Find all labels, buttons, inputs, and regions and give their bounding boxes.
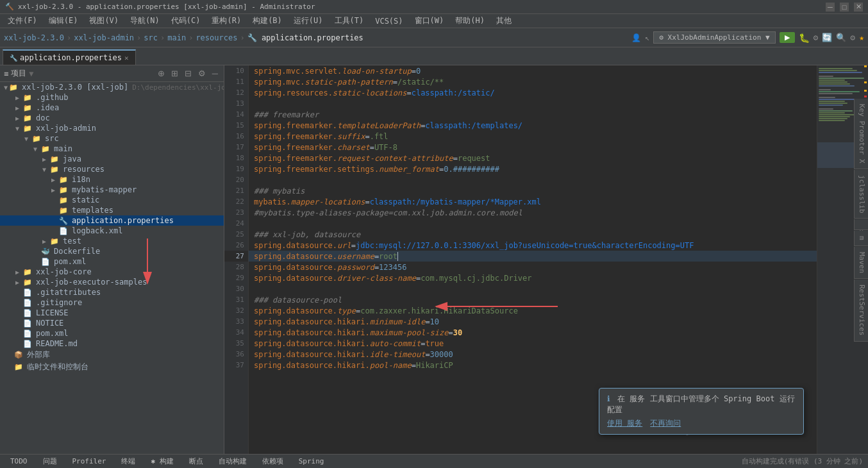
settings-icon[interactable]: ⚙ (850, 33, 855, 42)
menu-item-T[interactable]: 工具(T) (330, 14, 369, 28)
code-line[interactable]: spring.datasource.hikari.pool-name=Hikar… (249, 360, 817, 371)
code-line[interactable]: spring.freemarker.settings.number_format… (249, 163, 817, 174)
bottom-tab[interactable]: Spring (294, 456, 330, 467)
sidebar-collapse-btn[interactable]: ⊟ (183, 68, 194, 79)
tree-item[interactable]: 📄.gitattributes (0, 287, 224, 297)
code-line[interactable]: ### xxl-job, datasource (249, 229, 817, 240)
tree-item[interactable]: ▶📁xxl-job-executor-samples (0, 277, 224, 287)
tree-item[interactable]: ▼📁xxl-job-2.3.0 [xxl-job]D:\dependencies… (0, 82, 224, 92)
bottom-tab[interactable]: ✱ 构建 (146, 455, 178, 467)
menu-item-H[interactable]: 帮助(H) (450, 14, 490, 28)
code-line[interactable]: spring.datasource.type=com.zaxxer.hikari… (249, 305, 817, 316)
tree-item[interactable]: 📄NOTICE (0, 318, 224, 328)
breadcrumb-project[interactable]: xxl-job-2.3.0 (4, 33, 64, 42)
popup-dismiss-link[interactable]: 不再询问 (650, 418, 681, 429)
minimize-button[interactable]: ─ (826, 3, 835, 12)
extra-icon[interactable]: ★ (859, 33, 864, 42)
code-line[interactable]: spring.datasource.hikari.maximum-pool-si… (249, 327, 817, 338)
bottom-tab[interactable]: 终端 (116, 455, 140, 467)
toolbar-icon2[interactable]: 🔄 (822, 33, 832, 42)
menu-item-U[interactable]: 运行(U) (288, 14, 328, 28)
breadcrumb-src[interactable]: src (144, 33, 158, 42)
code-line[interactable]: spring.mvc.static-path-pattern=/static/*… (249, 76, 817, 87)
tree-item[interactable]: 🐳Dockerfile (0, 246, 224, 256)
popup-use-link[interactable]: 使用 服务 (607, 418, 642, 429)
menu-item-E[interactable]: 编辑(E) (44, 14, 83, 28)
tree-item[interactable]: ▼📁xxl-job-admin (0, 123, 224, 133)
code-line[interactable]: mybatis.mapper-locations=classpath:/myba… (249, 196, 817, 207)
menu-item-VCSS[interactable]: VCS(S) (370, 15, 408, 27)
menu-item-V[interactable]: 视图(V) (84, 14, 124, 28)
menu-item-N[interactable]: 导航(N) (125, 14, 165, 28)
code-line[interactable] (249, 98, 817, 109)
tree-item[interactable]: ▼📁resources (0, 164, 224, 174)
code-line[interactable]: spring.datasource.url=jdbc:mysql://127.0… (249, 240, 817, 251)
code-line[interactable] (249, 283, 817, 294)
sidebar-settings-btn[interactable]: ⚙ (196, 68, 208, 79)
tree-item[interactable]: ▶📁mybatis-mapper (0, 185, 224, 195)
menu-item-B[interactable]: 构建(B) (247, 14, 287, 28)
sidebar-close-btn[interactable]: ─ (210, 68, 220, 79)
tab-close-button[interactable]: ✕ (124, 54, 129, 62)
code-line[interactable]: #mybatis.type-aliases-package=com.xxl.jo… (249, 207, 817, 218)
bottom-tab[interactable]: 依赖项 (257, 455, 288, 467)
maximize-button[interactable]: □ (840, 3, 849, 12)
code-line[interactable]: ### freemarker (249, 109, 817, 120)
tree-item[interactable]: ▶📁java (0, 154, 224, 164)
tree-item[interactable]: ▶📁test (0, 236, 224, 246)
breadcrumb-main[interactable]: main (167, 33, 186, 42)
breadcrumb-module[interactable]: xxl-job-admin (74, 33, 134, 42)
sidebar-layout-btn[interactable]: ⊞ (169, 68, 180, 79)
key-promoter-tab[interactable]: Key Promoter X (854, 99, 868, 169)
tree-item[interactable]: 📄pom.xml (0, 256, 224, 267)
run-config[interactable]: ⚙ XxlJobAdminApplication ▼ (653, 31, 775, 44)
jclasslib-tab[interactable]: jclasslib (854, 170, 868, 219)
tree-item[interactable]: ▼📁main (0, 144, 224, 154)
tree-item[interactable]: 📄logback.xml (0, 226, 224, 236)
code-line[interactable]: spring.datasource.username=root (249, 251, 817, 262)
m-tab[interactable]: m (854, 231, 868, 246)
code-line[interactable]: ### datasource-pool (249, 294, 817, 305)
tree-item[interactable]: 🔧application.properties (0, 215, 224, 226)
menu-item-[interactable]: 其他 (491, 14, 517, 28)
breadcrumb-resources[interactable]: resources (196, 33, 237, 42)
code-line[interactable]: spring.resources.static-locations=classp… (249, 87, 817, 98)
bottom-tab[interactable]: 问题 (38, 455, 62, 467)
bottom-tab[interactable]: 断点 (184, 455, 208, 467)
tree-item[interactable]: 📁static (0, 195, 224, 205)
tree-item[interactable]: ▶📁.github (0, 92, 224, 103)
sidebar-add-btn[interactable]: ⊕ (156, 68, 167, 79)
bottom-tab[interactable]: Profiler (67, 456, 112, 467)
toolbar-icon1[interactable]: ⚙ (814, 33, 819, 42)
tree-item[interactable]: 📄README.md (0, 338, 224, 349)
tree-item[interactable]: ▶📁.idea (0, 103, 224, 113)
code-line[interactable]: spring.datasource.driver-class-name=com.… (249, 272, 817, 283)
tree-item[interactable]: 📦外部库 (0, 349, 224, 361)
menu-item-R[interactable]: 重构(R) (206, 14, 246, 28)
tree-item[interactable]: ▶📁xxl-job-core (0, 267, 224, 277)
run-button[interactable]: ▶ (780, 32, 795, 43)
code-line[interactable]: spring.datasource.hikari.auto-commit=tru… (249, 338, 817, 349)
tree-item[interactable]: ▶📁doc (0, 113, 224, 123)
code-line[interactable]: spring.freemarker.request-context-attrib… (249, 153, 817, 163)
bottom-tab[interactable]: 自动构建 (213, 455, 252, 467)
maven-tab[interactable]: Maven (854, 247, 868, 279)
tree-item[interactable]: 📁临时文件和控制台 (0, 361, 224, 373)
code-line[interactable]: spring.datasource.hikari.idle-timeout=30… (249, 349, 817, 360)
code-line[interactable]: spring.datasource.hikari.minimum-idle=10 (249, 316, 817, 327)
bottom-tab[interactable]: TODO (5, 456, 33, 467)
tree-item[interactable]: ▶📁i18n (0, 174, 224, 185)
code-line[interactable]: spring.freemarker.charset=UTF-8 (249, 142, 817, 153)
rest-services-tab[interactable]: RestServices (854, 280, 868, 341)
tree-item[interactable]: 📄LICENSE (0, 308, 224, 318)
tree-item[interactable]: 📁templates (0, 205, 224, 215)
menu-item-F[interactable]: 文件(F) (3, 14, 42, 28)
code-line[interactable] (249, 174, 817, 185)
menu-item-C[interactable]: 代码(C) (166, 14, 206, 28)
close-button[interactable]: ✕ (854, 3, 863, 12)
code-line[interactable]: spring.datasource.password=123456 (249, 262, 817, 272)
code-line[interactable] (249, 218, 817, 229)
code-line[interactable]: spring.mvc.servlet.load-on-startup=0 (249, 65, 817, 76)
tab-application-properties[interactable]: 🔧 application.properties ✕ (3, 49, 136, 65)
structure-tab[interactable]: 结构 (854, 219, 868, 230)
